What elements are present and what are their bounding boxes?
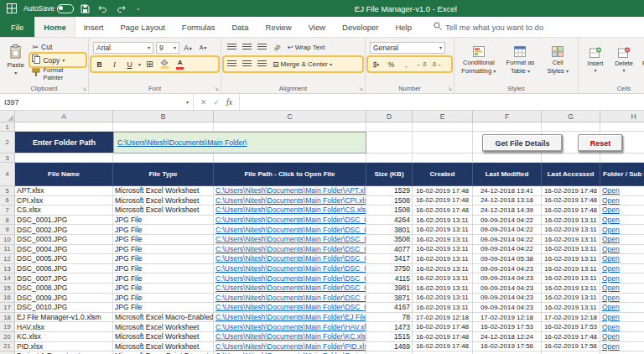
tab-home[interactable]: Home	[34, 17, 75, 37]
orientation-icon[interactable]: ab	[269, 39, 286, 56]
column-header[interactable]: B	[113, 111, 214, 122]
column-header[interactable]: E	[413, 111, 473, 122]
align-center-icon[interactable]	[241, 59, 253, 70]
cell-file-path-link[interactable]: C:\Users\Nitesh\Documents\Main Folder\CP…	[214, 196, 366, 206]
row-header[interactable]: 2	[0, 132, 15, 154]
column-header[interactable]: A	[15, 111, 113, 122]
decrease-font-icon[interactable]: A▼	[197, 42, 210, 53]
cell-open-link[interactable]: Open	[600, 235, 644, 245]
italic-button[interactable]: I	[108, 59, 121, 70]
cell-open-link[interactable]: Open	[600, 186, 644, 196]
empty-cell[interactable]	[214, 122, 366, 132]
cell-file-path-link[interactable]: C:\Users\Nitesh\Documents\Main Folder\PI…	[214, 342, 366, 352]
row-header[interactable]: 5	[0, 186, 15, 196]
cell-last-accessed[interactable]: 16-02-2019 13:11	[542, 225, 600, 235]
empty-cell[interactable]	[113, 154, 214, 163]
cell-file-name[interactable]: DSC_0003.JPG	[15, 235, 113, 245]
merge-center-button[interactable]: ⊟ Merge & Center ▾	[271, 58, 334, 70]
cell-file-path-link[interactable]: C:\Users\Nitesh\Documents\Main Folder\CS…	[214, 206, 366, 216]
cell-created[interactable]: 16-02-2019 13:11	[413, 245, 473, 255]
row-header[interactable]: 11	[0, 245, 15, 255]
cell-last-modified[interactable]: 09-09-2014 05:38	[473, 254, 542, 264]
redo-icon[interactable]	[115, 3, 127, 14]
cell-created[interactable]: 16-02-2019 13:11	[413, 284, 473, 294]
tab-developer[interactable]: Developer	[334, 17, 387, 37]
cell-last-modified[interactable]: 09-09-2014 04:23	[473, 294, 542, 304]
folder-path-input[interactable]: C:\Users\Nitesh\Documents\Main Folder\	[113, 132, 366, 154]
cancel-icon[interactable]: ✕	[200, 98, 207, 107]
cell-file-name[interactable]: DSC_0009.JPG	[15, 294, 113, 304]
tab-page-layout[interactable]: Page Layout	[112, 17, 173, 37]
cell-file-type[interactable]: Microsoft Excel Worksheet	[113, 322, 214, 332]
cell-open-link[interactable]: Open	[600, 303, 644, 313]
qat-customize-icon[interactable]: ⌄	[132, 3, 144, 14]
cell-last-modified[interactable]: 09-09-2014 04:22	[473, 235, 542, 245]
empty-cell[interactable]	[542, 154, 600, 163]
cell-file-type[interactable]: JPG File	[113, 264, 214, 274]
cell-file-path-link[interactable]: C:\Users\Nitesh\Documents\Main Folder\KC…	[214, 332, 366, 342]
cell-created[interactable]: 16-02-2019 13:11	[413, 273, 473, 284]
tab-help[interactable]: Help	[387, 17, 420, 37]
cell-created[interactable]: 16-02-2019 13:11	[413, 254, 473, 264]
empty-cell[interactable]	[600, 154, 644, 163]
cell-file-name[interactable]: EJ File Manager-v1.0.xlsm	[15, 313, 113, 323]
cell-created[interactable]: 17-02-2019 12:18	[413, 313, 473, 323]
dialog-launcher-icon[interactable]: ↘	[81, 86, 86, 92]
column-header[interactable]: H	[600, 111, 644, 122]
cell-file-path-link[interactable]: C:\Users\Nitesh\Documents\Main Folder\HA…	[214, 322, 366, 332]
cell-size[interactable]: 1529	[366, 186, 413, 196]
cell-created[interactable]: 16-02-2019 13:11	[413, 216, 473, 226]
row-header[interactable]: 8	[0, 216, 15, 226]
empty-cell[interactable]	[214, 154, 366, 163]
cell-open-link[interactable]: Open	[600, 254, 644, 264]
cell-created[interactable]: 16-02-2019 17:48	[413, 206, 473, 216]
empty-cell[interactable]	[113, 122, 214, 132]
row-header[interactable]: 6	[0, 196, 15, 206]
font-size-combo[interactable]: 9 ▾	[156, 42, 179, 54]
dialog-launcher-icon[interactable]: ↘	[358, 86, 363, 92]
cell-file-type[interactable]: JPG File	[113, 225, 214, 235]
cell-last-modified[interactable]: 09-09-2014 04:23	[473, 264, 542, 274]
row-header[interactable]: 14	[0, 273, 15, 284]
cell-file-type[interactable]: JPG File	[113, 284, 214, 294]
cell-file-path-link[interactable]: C:\Users\Nitesh\Documents\Main Folder\DS…	[214, 284, 366, 294]
insert-function-icon[interactable]: fx	[226, 97, 232, 107]
cell-open-link[interactable]: Open	[600, 225, 644, 235]
cell-file-type[interactable]: JPG File	[113, 235, 214, 245]
row-header[interactable]: 16	[0, 294, 15, 304]
align-right-icon[interactable]	[256, 59, 268, 70]
cell-size[interactable]: 4115	[366, 273, 413, 284]
cell-styles-button[interactable]: Cell Styles ▾	[540, 40, 575, 81]
cell-open-link[interactable]: Open	[600, 216, 644, 226]
cell-last-accessed[interactable]: 16-02-2019 13:11	[542, 264, 600, 274]
cell-open-link[interactable]: Open	[600, 196, 644, 206]
cell-size[interactable]: 4264	[366, 216, 413, 226]
cell-file-name[interactable]: DSC_0007.JPG	[15, 273, 113, 284]
name-box-dropdown-icon[interactable]: ▾	[186, 99, 189, 105]
tab-file[interactable]: File	[0, 17, 34, 37]
row-header[interactable]: 10	[0, 235, 15, 245]
cell-open-link[interactable]: Open	[600, 206, 644, 216]
empty-cell[interactable]	[413, 122, 473, 132]
font-name-combo[interactable]: Arial ▾	[93, 42, 153, 54]
cell-file-type[interactable]: JPG File	[113, 303, 214, 313]
cell-last-accessed[interactable]: 16-02-2019 13:11	[542, 273, 600, 284]
cell-file-type[interactable]: JPG File	[113, 254, 214, 264]
cell-file-name[interactable]: DSC_0006.JPG	[15, 264, 113, 274]
increase-decimal-icon[interactable]: ←.0	[415, 59, 428, 70]
insert-cells-button[interactable]: Insert ▾	[581, 40, 610, 81]
column-header[interactable]: C	[214, 111, 366, 122]
cell-file-name[interactable]: DSC_0008.JPG	[15, 284, 113, 294]
cell-open-link[interactable]: Open	[600, 342, 644, 352]
underline-button[interactable]: U	[123, 59, 136, 70]
empty-cell[interactable]	[366, 122, 413, 132]
cell-size[interactable]: 4077	[366, 245, 413, 255]
cell-last-modified[interactable]: 17-02-2019 12:18	[473, 313, 542, 323]
cell-file-type[interactable]: JPG File	[113, 294, 214, 304]
get-file-details-button[interactable]: Get File Details	[482, 134, 563, 152]
cell-file-name[interactable]: HAV.xlsx	[15, 322, 113, 332]
cell-file-path-link[interactable]: C:\Users\Nitesh\Documents\Main Folder\DS…	[214, 225, 366, 235]
name-box[interactable]: I397 ▾	[0, 94, 194, 110]
cell-file-type[interactable]: JPG File	[113, 245, 214, 255]
column-header[interactable]: G	[542, 111, 600, 122]
